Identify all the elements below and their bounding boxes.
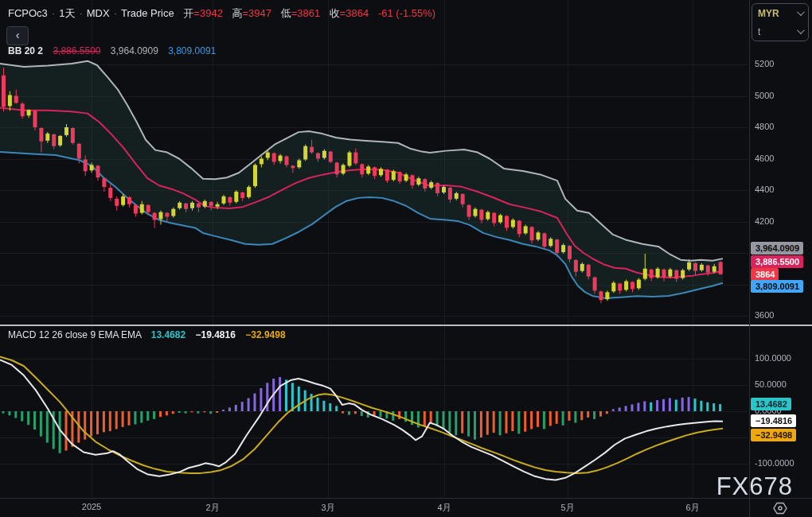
time-axis-label[interactable]: 2月 — [205, 502, 219, 514]
fx678-watermark: FX678 — [716, 472, 793, 501]
time-axis-label[interactable]: 4月 — [437, 502, 451, 514]
close-value: =3864 — [340, 7, 369, 19]
price-tick-label: 4600 — [755, 154, 774, 163]
time-axis-label[interactable]: 6月 — [685, 502, 699, 514]
chart-settings-hexagon-icon[interactable] — [772, 500, 788, 517]
price-axis-badge: 3,886.5500 — [751, 255, 803, 268]
bb-basis-value: 3,886.5500 — [53, 45, 100, 56]
back-chevron-icon: ‹ — [16, 29, 20, 41]
change-value: -61 (-1.55%) — [378, 7, 435, 19]
macd-legend[interactable]: MACD 12 26 close 9 EMA EMA 13.4682 −19.4… — [8, 329, 286, 340]
price-tick-label: 5200 — [755, 59, 774, 68]
separator-dot: · — [114, 7, 117, 19]
symbol-name[interactable]: FCPOc3 — [8, 7, 48, 19]
high-value: =3947 — [242, 7, 271, 19]
macd-axis-badge: −32.9498 — [751, 429, 796, 441]
low-value: =3861 — [291, 7, 321, 19]
bollinger-legend[interactable]: BB 20 2 3,886.5500 3,964.0909 3,809.0091 — [8, 45, 216, 56]
price-tick-label: 5000 — [755, 91, 774, 100]
macd-tick-label: 50.0000 — [755, 379, 787, 389]
low-label: 低 — [281, 7, 291, 19]
macd-axis-badge: −19.4816 — [751, 414, 796, 427]
interval-label[interactable]: 1天 — [59, 7, 75, 19]
close-label: 收 — [330, 7, 340, 19]
symbol-header: FCPOc3·1天·MDX·Trade Price 开=3942 高=3947 … — [8, 6, 435, 21]
chart-canvas[interactable] — [0, 0, 812, 517]
time-axis-label[interactable]: 3月 — [321, 502, 334, 514]
price-tick-label: 4400 — [755, 185, 774, 194]
price-axis-badge: 3,809.0091 — [751, 280, 803, 293]
time-axis-label[interactable]: 5月 — [560, 502, 574, 514]
macd-indicator-name: MACD 12 26 close 9 EMA EMA — [8, 329, 141, 340]
high-label: 高 — [232, 7, 242, 19]
bb-indicator-name: BB 20 2 — [8, 45, 43, 56]
macd-axis-badge: 13.4682 — [751, 398, 791, 410]
currency-dropdown[interactable]: MYR — [752, 4, 808, 22]
macd-hist-value: −32.9498 — [245, 329, 285, 340]
macd-signal-value: −19.4816 — [195, 329, 235, 340]
back-button[interactable]: ‹ — [6, 26, 29, 45]
price-tick-label: 3600 — [755, 310, 774, 320]
separator-dot: · — [79, 7, 82, 19]
chevron-down-icon — [797, 26, 805, 34]
chevron-down-icon — [797, 8, 805, 16]
open-value: =3942 — [193, 7, 223, 19]
bb-lower-value: 3,809.0091 — [168, 45, 216, 56]
open-label: 开 — [183, 7, 193, 19]
exchange-label: MDX — [87, 7, 110, 19]
separator-dot: · — [52, 7, 55, 19]
price-tick-label: 4800 — [755, 122, 774, 131]
macd-tick-label: 100.0000 — [755, 353, 791, 363]
series-type-label: Trade Price — [121, 7, 174, 19]
unit-dropdown[interactable]: t — [752, 22, 808, 41]
price-tick-label: 4200 — [755, 216, 774, 226]
currency-value: MYR — [758, 8, 779, 19]
trading-chart-window: FCPOc3·1天·MDX·Trade Price 开=3942 高=3947 … — [0, 0, 812, 517]
unit-value: t — [758, 26, 760, 37]
macd-tick-label: -100.0000 — [755, 458, 794, 468]
price-axis-badge: 3,964.0909 — [751, 242, 803, 255]
bb-upper-value: 3,964.0909 — [111, 45, 158, 56]
price-axis-badge: 3864 — [751, 268, 779, 281]
macd-line-value: 13.4682 — [151, 329, 185, 340]
time-axis-label[interactable]: 2025 — [82, 502, 101, 511]
currency-selector-box: MYR t — [751, 3, 809, 41]
